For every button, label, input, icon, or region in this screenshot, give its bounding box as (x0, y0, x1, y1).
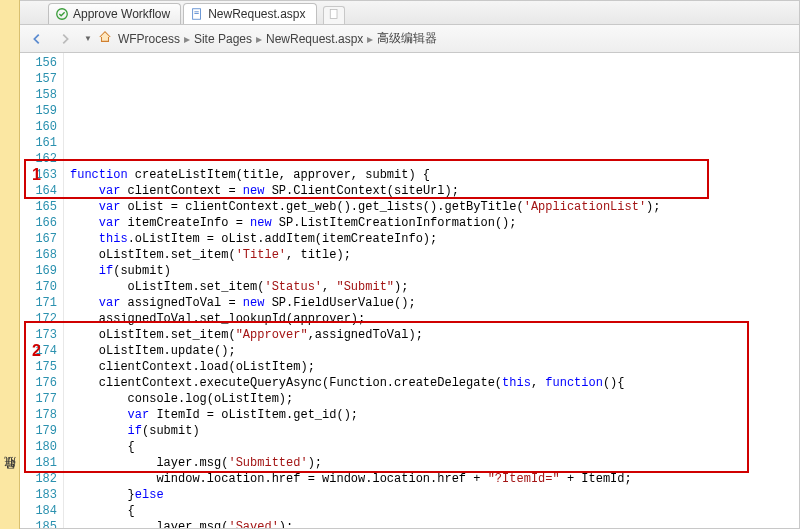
code-line[interactable]: { (70, 503, 799, 519)
tab-newrequest[interactable]: NewRequest.aspx (183, 3, 316, 24)
line-number: 165 (20, 199, 57, 215)
tab-approve-workflow[interactable]: Approve Workflow (48, 3, 181, 24)
line-number: 179 (20, 423, 57, 439)
code-line[interactable]: clientContext.load(oListItem); (70, 359, 799, 375)
code-line[interactable]: oListItem.set_item("Approver",assignedTo… (70, 327, 799, 343)
line-number: 162 (20, 151, 57, 167)
line-number: 157 (20, 71, 57, 87)
line-number: 168 (20, 247, 57, 263)
chevron-right-icon: ▸ (184, 32, 190, 46)
breadcrumb-item[interactable]: 高级编辑器 (377, 30, 437, 47)
line-number: 169 (20, 263, 57, 279)
code-line[interactable]: oListItem.update(); (70, 343, 799, 359)
line-number: 181 (20, 455, 57, 471)
line-number: 167 (20, 231, 57, 247)
line-number: 170 (20, 279, 57, 295)
code-line[interactable]: }else (70, 487, 799, 503)
main-panel: Approve Workflow NewRequest.aspx ▼ (20, 0, 800, 529)
check-icon (55, 7, 69, 21)
code-line[interactable]: var itemCreateInfo = new SP.ListItemCrea… (70, 215, 799, 231)
code-line[interactable]: layer.msg('Saved'); (70, 519, 799, 528)
code-line[interactable]: console.log(oListItem); (70, 391, 799, 407)
svg-rect-2 (195, 11, 199, 12)
home-icon[interactable] (98, 30, 112, 47)
chevron-right-icon: ▸ (256, 32, 262, 46)
code-line[interactable]: window.location.href = window.location.h… (70, 471, 799, 487)
line-number: 156 (20, 55, 57, 71)
code-line[interactable]: var oList = clientContext.get_web().get_… (70, 199, 799, 215)
breadcrumb: WFProcess ▸ Site Pages ▸ NewRequest.aspx… (118, 30, 437, 47)
nav-sidebar[interactable]: 导航 (0, 0, 20, 529)
line-number: 180 (20, 439, 57, 455)
new-tab-button[interactable] (323, 6, 345, 24)
code-line[interactable]: this.oListItem = oList.addItem(itemCreat… (70, 231, 799, 247)
chevron-right-icon: ▸ (367, 32, 373, 46)
code-line[interactable]: clientContext.executeQueryAsync(Function… (70, 375, 799, 391)
line-number: 160 (20, 119, 57, 135)
line-number: 159 (20, 103, 57, 119)
line-number: 172 (20, 311, 57, 327)
code-line[interactable]: { (70, 439, 799, 455)
line-number: 178 (20, 407, 57, 423)
code-line[interactable]: var assignedToVal = new SP.FieldUserValu… (70, 295, 799, 311)
code-line[interactable]: function createListItem(title, approver,… (70, 167, 799, 183)
code-line[interactable]: var clientContext = new SP.ClientContext… (70, 183, 799, 199)
line-number: 176 (20, 375, 57, 391)
tab-label: Approve Workflow (73, 7, 170, 21)
tab-label: NewRequest.aspx (208, 7, 305, 21)
code-editor[interactable]: 1561571581591601611621631641651661671681… (20, 53, 799, 528)
code-line[interactable]: var ItemId = oListItem.get_id(); (70, 407, 799, 423)
line-number: 182 (20, 471, 57, 487)
svg-rect-4 (330, 10, 337, 19)
code-line[interactable] (70, 151, 799, 167)
line-number: 158 (20, 87, 57, 103)
svg-rect-3 (195, 13, 199, 14)
line-number: 185 (20, 519, 57, 528)
code-line[interactable]: oListItem.set_item('Title', title); (70, 247, 799, 263)
line-number: 183 (20, 487, 57, 503)
back-button[interactable] (26, 28, 48, 50)
line-number: 173 (20, 327, 57, 343)
new-tab-icon (328, 8, 340, 23)
page-icon (190, 7, 204, 21)
code-line[interactable]: oListItem.set_item('Status', "Submit"); (70, 279, 799, 295)
code-line[interactable]: if(submit) (70, 423, 799, 439)
line-number: 161 (20, 135, 57, 151)
line-number: 175 (20, 359, 57, 375)
app-frame: 导航 Approve Workflow NewRequest.aspx (0, 0, 800, 529)
breadcrumb-toolbar: ▼ WFProcess ▸ Site Pages ▸ NewRequest.as… (20, 25, 799, 53)
breadcrumb-item[interactable]: NewRequest.aspx (266, 32, 363, 46)
code-line[interactable]: layer.msg('Submitted'); (70, 455, 799, 471)
line-number: 171 (20, 295, 57, 311)
breadcrumb-item[interactable]: Site Pages (194, 32, 252, 46)
breadcrumb-item[interactable]: WFProcess (118, 32, 180, 46)
line-number-gutter: 1561571581591601611621631641651661671681… (20, 53, 64, 528)
forward-button[interactable] (54, 28, 76, 50)
annotation-label-1: 1 (32, 167, 41, 183)
annotation-label-2: 2 (32, 343, 41, 359)
line-number: 184 (20, 503, 57, 519)
code-line[interactable]: if(submit) (70, 263, 799, 279)
line-number: 164 (20, 183, 57, 199)
line-number: 177 (20, 391, 57, 407)
history-dropdown-icon[interactable]: ▼ (84, 34, 92, 43)
code-area[interactable]: 1 2 function createListItem(title, appro… (64, 53, 799, 528)
line-number: 166 (20, 215, 57, 231)
code-line[interactable]: assignedToVal.set_lookupId(approver); (70, 311, 799, 327)
tab-bar: Approve Workflow NewRequest.aspx (20, 1, 799, 25)
